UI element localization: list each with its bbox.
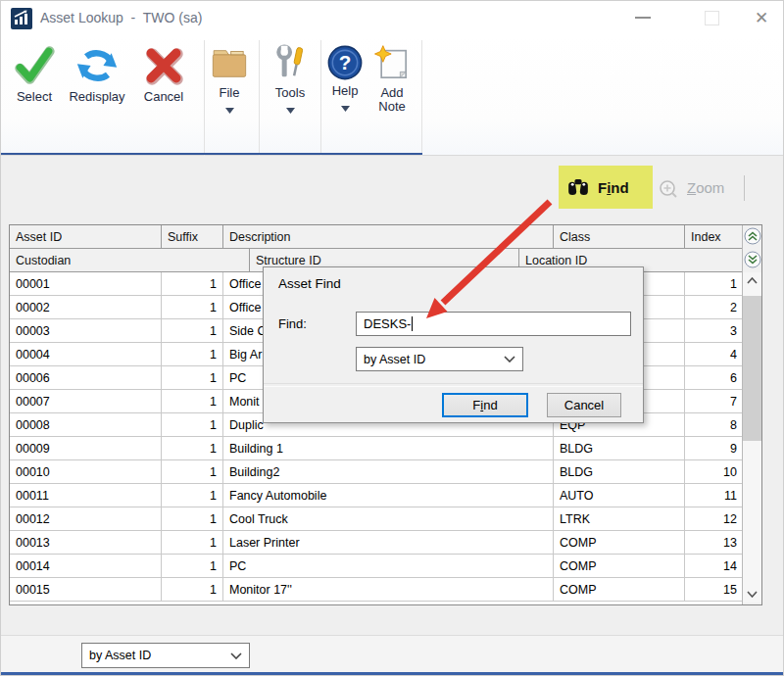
header-description[interactable]: Description — [223, 225, 554, 249]
zoom-disabled-icon — [659, 178, 678, 198]
chevron-down-icon — [747, 591, 758, 598]
scroll-down-button[interactable] — [743, 586, 761, 603]
file-menu-button[interactable]: File — [207, 40, 252, 150]
cell-description[interactable]: Laser Printer — [223, 531, 554, 555]
header-custodian[interactable]: Custodian — [10, 249, 250, 272]
expand-rows-down-button[interactable] — [744, 251, 761, 268]
dialog-cancel-button[interactable]: Cancel — [547, 393, 621, 417]
cell-index[interactable]: 7 — [685, 390, 742, 413]
cell-class[interactable]: LTRK — [554, 507, 685, 531]
cell-asset-id[interactable]: 00014 — [10, 555, 162, 578]
table-row[interactable]: 00011 1 Fancy Automobile AUTO 11 — [10, 484, 742, 507]
cell-asset-id[interactable]: 00003 — [10, 319, 162, 343]
cell-description[interactable]: PC — [223, 555, 554, 578]
find-button-highlighted[interactable]: Find — [559, 166, 653, 209]
cell-asset-id[interactable]: 00007 — [10, 390, 162, 413]
cell-suffix[interactable]: 1 — [162, 390, 223, 413]
cell-index[interactable]: 11 — [685, 484, 742, 507]
scroll-up-button[interactable] — [743, 272, 761, 289]
footer-sort-dropdown[interactable]: by Asset ID — [81, 643, 250, 668]
cell-class[interactable]: BLDG — [554, 460, 685, 484]
close-button[interactable]: ✕ — [742, 1, 781, 34]
cell-asset-id[interactable]: 00015 — [10, 578, 162, 602]
cell-suffix[interactable]: 1 — [162, 460, 223, 484]
table-row[interactable]: 00009 1 Building 1 BLDG 9 — [10, 437, 742, 460]
scrollbar-track[interactable] — [743, 289, 761, 586]
cell-description[interactable]: Building2 — [223, 460, 554, 484]
cell-asset-id[interactable]: 00004 — [10, 343, 162, 366]
cell-index[interactable]: 10 — [685, 460, 742, 484]
cell-class[interactable]: COMP — [554, 578, 685, 602]
cell-description[interactable]: Cool Truck — [223, 507, 554, 531]
redisplay-button[interactable]: Redisplay — [64, 40, 130, 150]
maximize-button[interactable] — [692, 1, 731, 34]
cell-suffix[interactable]: 1 — [162, 555, 223, 578]
table-row[interactable]: 00012 1 Cool Truck LTRK 12 — [10, 507, 742, 531]
cell-index[interactable]: 1 — [685, 272, 742, 296]
header-suffix[interactable]: Suffix — [162, 225, 223, 249]
cell-asset-id[interactable]: 00008 — [10, 413, 162, 437]
cell-index[interactable]: 9 — [685, 437, 742, 460]
dialog-find-button[interactable]: Find — [442, 393, 528, 417]
cell-asset-id[interactable]: 00011 — [10, 484, 162, 507]
cell-suffix[interactable]: 1 — [162, 343, 223, 366]
cell-suffix[interactable]: 1 — [162, 507, 223, 531]
cell-asset-id[interactable]: 00012 — [10, 507, 162, 531]
header-index[interactable]: Index — [685, 225, 742, 249]
binoculars-icon — [567, 179, 589, 196]
table-row[interactable]: 00015 1 Monitor 17'' COMP 15 — [10, 578, 742, 602]
cell-index[interactable]: 2 — [685, 296, 742, 319]
cell-index[interactable]: 12 — [685, 507, 742, 531]
cell-asset-id[interactable]: 00006 — [10, 366, 162, 390]
cell-class[interactable]: COMP — [554, 531, 685, 555]
cell-suffix[interactable]: 1 — [162, 366, 223, 390]
header-class[interactable]: Class — [554, 225, 685, 249]
cell-suffix[interactable]: 1 — [162, 319, 223, 343]
cell-description[interactable]: Building 1 — [223, 437, 554, 460]
table-row[interactable]: 00013 1 Laser Printer COMP 13 — [10, 531, 742, 555]
cell-index[interactable]: 13 — [685, 531, 742, 555]
grid-header-row-1: Asset ID Suffix Description Class Index — [10, 225, 742, 249]
cell-index[interactable]: 14 — [685, 555, 742, 578]
cell-class[interactable]: BLDG — [554, 437, 685, 460]
table-row[interactable]: 00014 1 PC COMP 14 — [10, 555, 742, 578]
cell-index[interactable]: 8 — [685, 413, 742, 437]
cell-suffix[interactable]: 1 — [162, 437, 223, 460]
help-menu-button[interactable]: ? Help — [324, 40, 366, 150]
header-asset-id[interactable]: Asset ID — [10, 225, 162, 249]
dialog-separator — [264, 383, 643, 387]
find-input[interactable]: DESKS- — [356, 312, 631, 336]
cell-class[interactable]: COMP — [554, 555, 685, 578]
cell-index[interactable]: 4 — [685, 343, 742, 366]
add-note-button[interactable]: Add Note — [369, 40, 415, 150]
cancel-button[interactable]: Cancel — [134, 40, 193, 150]
close-icon: ✕ — [755, 10, 768, 26]
cell-description[interactable]: Monitor 17'' — [223, 578, 554, 602]
cell-asset-id[interactable]: 00010 — [10, 460, 162, 484]
cell-suffix[interactable]: 1 — [162, 296, 223, 319]
find-input-value: DESKS- — [364, 316, 411, 331]
search-by-dropdown[interactable]: by Asset ID — [356, 347, 523, 371]
cell-suffix[interactable]: 1 — [162, 272, 223, 296]
cell-index[interactable]: 15 — [685, 578, 742, 602]
chevron-down-icon — [286, 108, 295, 114]
select-button[interactable]: Select — [9, 40, 60, 150]
zoom-button-disabled[interactable]: Zoom — [687, 179, 724, 196]
tools-menu-button[interactable]: Tools — [264, 40, 317, 150]
cell-suffix[interactable]: 1 — [162, 413, 223, 437]
table-row[interactable]: 00010 1 Building2 BLDG 10 — [10, 460, 742, 484]
cell-asset-id[interactable]: 00002 — [10, 296, 162, 319]
cell-index[interactable]: 6 — [685, 366, 742, 390]
cell-suffix[interactable]: 1 — [162, 484, 223, 507]
cell-class[interactable]: AUTO — [554, 484, 685, 507]
minimize-button[interactable] — [623, 1, 662, 34]
cell-asset-id[interactable]: 00009 — [10, 437, 162, 460]
cell-description[interactable]: Fancy Automobile — [223, 484, 554, 507]
cell-suffix[interactable]: 1 — [162, 531, 223, 555]
cell-asset-id[interactable]: 00001 — [10, 272, 162, 296]
scrollbar-thumb[interactable] — [743, 296, 761, 441]
cell-suffix[interactable]: 1 — [162, 578, 223, 602]
cell-index[interactable]: 3 — [685, 319, 742, 343]
expand-rows-up-button[interactable] — [744, 227, 761, 245]
cell-asset-id[interactable]: 00013 — [10, 531, 162, 555]
